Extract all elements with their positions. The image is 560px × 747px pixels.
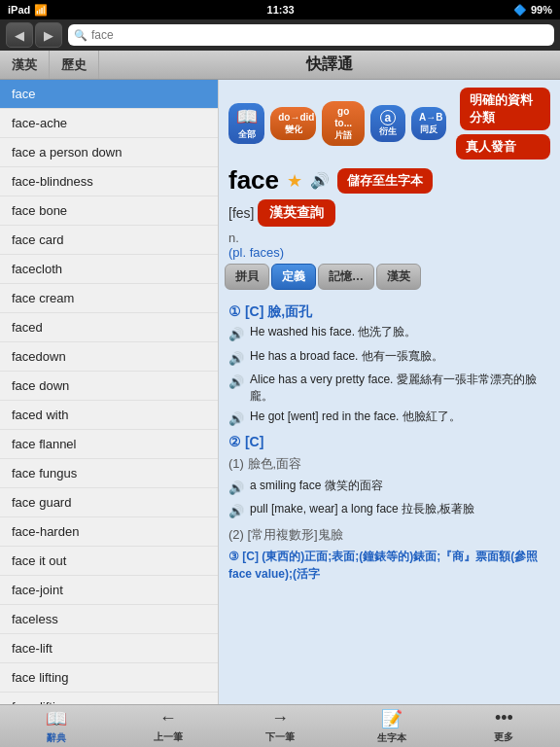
bottom-btn-next[interactable]: → 下一筆 [251,708,309,744]
example-text-1: He washed his face. 他洗了臉。 [250,324,416,340]
example-2: 🔊 He has a broad face. 他有一張寬臉。 [228,348,550,369]
word-item-face-cream[interactable]: face cream [0,284,218,313]
speaker-ex3[interactable]: 🔊 [228,373,244,392]
content-pane: 📖 全部 do→did 變化 go to... 片語 a 衍生 A→B 同 [219,80,560,704]
word-item-face-it-out[interactable]: face it out [0,547,218,576]
definition-area: ① [C] 臉,面孔 🔊 He washed his face. 他洗了臉。 🔊… [219,294,560,594]
word-item-faced-with[interactable]: faced with [0,401,218,430]
wifi-icon: 📶 [34,4,48,17]
top-tab-bar: 漢英 歷史 快譯通 [0,51,560,80]
def-sub-2: (1) 臉色,面容 [228,454,550,474]
time-label: 11:33 [267,4,295,16]
word-item-face-harden[interactable]: face-harden [0,517,218,547]
search-icon: 🔍 [74,29,88,42]
word-item-face-bone[interactable]: face bone [0,196,218,226]
word-item-faced[interactable]: faced [0,313,218,342]
search-input-wrap[interactable]: 🔍 [68,24,554,46]
battery-label: 99% [531,4,552,16]
word-title-row: face ★ 🔊 儲存至生字本 [228,165,550,196]
tab-hanzhi[interactable]: 漢英 [0,51,50,79]
speaker-ex6[interactable]: 🔊 [228,502,244,521]
main-area: face face-ache face a person down face-b… [0,80,560,704]
next-icon: → [271,708,289,729]
btn-change[interactable]: do→did 變化 [270,107,316,140]
word-item-face-guard[interactable]: face guard [0,488,218,517]
annotation-pronunciation: 真人發音 [456,134,550,160]
more-icon: ••• [495,708,513,729]
status-bar: iPad 📶 11:33 🔷 99% [0,0,560,19]
example-5: 🔊 a smiling face 微笑的面容 [228,478,550,498]
dict-button-row: 📖 全部 do→did 變化 go to... 片語 a 衍生 A→B 同 [228,88,550,160]
search-input[interactable] [91,28,548,42]
speaker-icon[interactable]: 🔊 [310,171,330,190]
word-item-facedown[interactable]: facedown [0,342,218,372]
example-3: 🔊 Alice has a very pretty face. 愛麗絲有一張非常… [228,372,550,405]
def-num-2: ② [C] [228,432,550,452]
bluetooth-icon: 🔷 [513,4,527,17]
btn-all[interactable]: 📖 全部 [228,103,264,144]
phonetic-row: [fes] 漢英查詢 [228,199,550,227]
bottom-toolbar: 📖 辭典 ← 上一筆 → 下一筆 📝 生字本 ••• 更多 [0,704,560,747]
word-item-face-lift[interactable]: face-lift [0,634,218,663]
speaker-ex5[interactable]: 🔊 [228,479,244,498]
tab-history[interactable]: 歷史 [50,51,99,79]
sub-tab-hanzhi[interactable]: 漢英 [376,264,421,290]
dictionary-icon: 📖 [46,708,67,729]
word-item-face[interactable]: face [0,80,218,109]
forward-button[interactable]: ▶ [35,22,62,48]
btn-derive[interactable]: a 衍生 [370,105,405,142]
def-num-1: ① [C] 臉,面孔 [228,302,550,322]
word-item-face-blindness[interactable]: face-blindness [0,167,218,196]
word-item-face-joint[interactable]: face-joint [0,576,218,605]
word-item-face-flannel[interactable]: face flannel [0,430,218,459]
pos: n. [228,231,550,245]
example-text-4: He got [went] red in the face. 他臉紅了。 [250,409,461,425]
word-title: face [228,165,279,196]
bottom-btn-vocab[interactable]: 📝 生字本 [363,708,421,745]
example-6: 🔊 pull [make, wear] a long face 拉長臉,板著臉 [228,501,550,521]
annotation-save[interactable]: 儲存至生字本 [337,168,433,194]
word-item-face-card[interactable]: face card [0,226,218,255]
example-text-3: Alice has a very pretty face. 愛麗絲有一張非常漂亮… [250,372,550,405]
example-text-5: a smiling face 微笑的面容 [250,478,383,494]
btn-phrase[interactable]: go to... 片語 [322,101,365,146]
app-title: 快譯通 [99,54,560,75]
device-label: iPad [8,4,30,16]
speaker-ex4[interactable]: 🔊 [228,409,244,429]
bottom-btn-dictionary[interactable]: 📖 辭典 [27,708,86,745]
example-1: 🔊 He washed his face. 他洗了臉。 [228,324,550,344]
word-item-face-lifting[interactable]: face lifting [0,663,218,693]
example-text-6: pull [make, wear] a long face 拉長臉,板著臉 [250,501,474,517]
bottom-btn-more[interactable]: ••• 更多 [474,708,533,744]
search-bar: ◀ ▶ 🔍 [0,19,560,51]
speaker-ex2[interactable]: 🔊 [228,349,244,369]
word-item-faceless[interactable]: faceless [0,605,218,634]
star-icon[interactable]: ★ [287,170,302,192]
def-num-3: ③ [C] (東西的)正面;表面;(鐘錶等的)錶面;『商』票面額(參照 face… [228,548,550,583]
word-item-face-fungus[interactable]: face fungus [0,459,218,488]
word-item-face-down[interactable]: face down [0,372,218,401]
sub-tab-spell[interactable]: 拼貝 [225,264,269,290]
sub-tab-memory[interactable]: 記憶… [318,264,374,290]
sub-tab-define[interactable]: 定義 [271,264,316,290]
annotation-hanzhi[interactable]: 漢英查詢 [258,199,335,227]
annotation-classification: 明確的資料分類 [460,88,550,130]
word-list: face face-ache face a person down face-b… [0,80,219,704]
plural: (pl. faces) [228,245,550,260]
bottom-btn-prev[interactable]: ← 上一筆 [139,708,197,744]
def-sub-2b: (2) [常用複數形]鬼臉 [228,525,550,545]
btn-synonym[interactable]: A→B 同反 [411,107,447,140]
speaker-ex1[interactable]: 🔊 [228,325,244,344]
word-item-face-lifting2[interactable]: face-lifting [0,693,218,704]
example-text-2: He has a broad face. 他有一張寬臉。 [250,348,443,365]
sub-tab-bar: 拼貝 定義 記憶… 漢英 [219,260,560,294]
word-item-face-ache[interactable]: face-ache [0,109,218,138]
word-item-facecloth[interactable]: facecloth [0,255,218,284]
prev-icon: ← [159,708,177,729]
content-top: 📖 全部 do→did 變化 go to... 片語 a 衍生 A→B 同 [219,80,560,260]
word-item-face-person-down[interactable]: face a person down [0,138,218,167]
example-4: 🔊 He got [went] red in the face. 他臉紅了。 [228,409,550,429]
phonetic: [fes] [228,205,254,221]
back-button[interactable]: ◀ [6,22,33,48]
vocab-icon: 📝 [381,708,402,729]
